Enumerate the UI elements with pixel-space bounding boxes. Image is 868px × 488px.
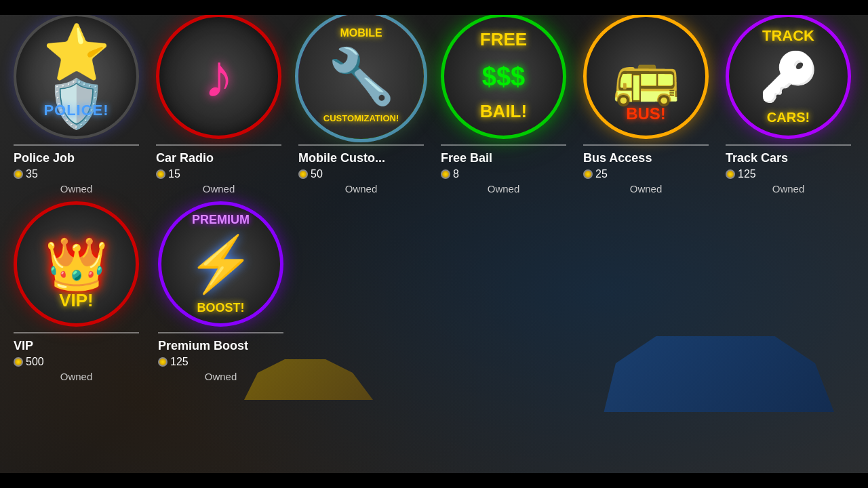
bail-money-label: $$$ bbox=[482, 64, 525, 89]
coin-icon bbox=[14, 169, 23, 179]
police-price: 35 bbox=[14, 168, 139, 180]
bail-info: Free Bail 8 Owned bbox=[441, 144, 566, 195]
mobile-name: Mobile Custo... bbox=[298, 151, 424, 165]
mobile-top-label: MOBILE bbox=[340, 27, 382, 39]
bus-status: Owned bbox=[583, 183, 709, 195]
bus-info: Bus Access 25 Owned bbox=[583, 144, 709, 195]
crown-icon: 👑 bbox=[45, 235, 108, 294]
coin-icon bbox=[583, 169, 593, 179]
police-info: Police Job 35 Owned bbox=[14, 144, 139, 195]
row-2: 👑 VIP! VIP 500 Owned PREMIUM ⚡ BOOST! Pr… bbox=[7, 201, 861, 382]
radio-name: Car Radio bbox=[156, 151, 281, 165]
mobile-bottom-label: CUSTOMIZATION! bbox=[323, 113, 399, 123]
bus-name: Bus Access bbox=[583, 151, 709, 165]
bus-price: 25 bbox=[583, 168, 709, 180]
police-status: Owned bbox=[14, 183, 139, 195]
track-top-label: TRACK bbox=[762, 27, 814, 45]
premium-top-label: PREMIUM bbox=[192, 213, 250, 227]
music-note-icon: ♪ bbox=[203, 41, 234, 111]
premium-info: Premium Boost 125 Owned bbox=[158, 332, 283, 382]
coin-icon bbox=[158, 357, 167, 367]
bail-icon: FREE $$$ BAIL! bbox=[441, 14, 566, 139]
radio-status: Owned bbox=[156, 183, 281, 195]
vip-price: 500 bbox=[14, 356, 139, 368]
mobile-info: Mobile Custo... 50 Owned bbox=[298, 144, 424, 195]
shop-content: 🛡️ POLICE! Police Job 35 Owned ♪ Car Rad… bbox=[0, 0, 868, 396]
bus-icon: 🚌 BUS! bbox=[583, 14, 709, 139]
police-name: Police Job bbox=[14, 151, 139, 165]
radio-price: 15 bbox=[156, 168, 281, 180]
premium-boost-icon: PREMIUM ⚡ BOOST! bbox=[158, 201, 283, 327]
coin-icon bbox=[298, 169, 308, 179]
coin-icon bbox=[726, 169, 735, 179]
bail-price: 8 bbox=[441, 168, 566, 180]
item-free-bail[interactable]: FREE $$$ BAIL! Free Bail 8 Owned bbox=[434, 14, 576, 195]
coin-icon bbox=[156, 169, 165, 179]
mobile-price: 50 bbox=[298, 168, 424, 180]
row-1: 🛡️ POLICE! Police Job 35 Owned ♪ Car Rad… bbox=[7, 14, 861, 195]
premium-price: 125 bbox=[158, 356, 283, 368]
vip-icon: 👑 VIP! bbox=[14, 201, 139, 327]
item-police-job[interactable]: 🛡️ POLICE! Police Job 35 Owned bbox=[7, 14, 149, 195]
bus-emoji-icon: 🚌 bbox=[612, 45, 680, 108]
police-icon: 🛡️ POLICE! bbox=[14, 14, 139, 139]
police-label: POLICE! bbox=[43, 102, 108, 119]
coin-icon bbox=[14, 357, 23, 367]
track-name: Track Cars bbox=[726, 151, 851, 165]
mobile-custom-icon: MOBILE 🔧 CUSTOMIZATION! bbox=[298, 14, 424, 139]
vip-name: VIP bbox=[14, 339, 139, 353]
vip-status: Owned bbox=[14, 371, 139, 382]
mobile-status: Owned bbox=[298, 183, 424, 195]
lightning-icon: ⚡ bbox=[187, 232, 255, 296]
track-icon: TRACK 🔑 CARS! bbox=[726, 14, 851, 139]
track-status: Owned bbox=[726, 183, 851, 195]
bail-bottom-label: BAIL! bbox=[480, 101, 527, 122]
top-bar bbox=[0, 0, 868, 15]
item-mobile-custom[interactable]: MOBILE 🔧 CUSTOMIZATION! Mobile Custo... … bbox=[292, 14, 434, 195]
radio-icon: ♪ bbox=[156, 14, 281, 139]
premium-bottom-label: BOOST! bbox=[197, 301, 245, 315]
item-premium-boost[interactable]: PREMIUM ⚡ BOOST! Premium Boost 125 Owned bbox=[151, 201, 296, 382]
item-vip[interactable]: 👑 VIP! VIP 500 Owned bbox=[7, 201, 151, 382]
vip-info: VIP 500 Owned bbox=[14, 332, 139, 382]
bus-label: BUS! bbox=[626, 104, 666, 123]
item-bus-access[interactable]: 🚌 BUS! Bus Access 25 Owned bbox=[576, 14, 719, 195]
coin-icon bbox=[441, 169, 450, 179]
track-price: 125 bbox=[726, 168, 851, 180]
vip-label: VIP! bbox=[59, 290, 94, 311]
item-car-radio[interactable]: ♪ Car Radio 15 Owned bbox=[149, 14, 292, 195]
item-track-cars[interactable]: TRACK 🔑 CARS! Track Cars 125 Owned bbox=[719, 14, 861, 195]
radio-info: Car Radio 15 Owned bbox=[156, 144, 281, 195]
bail-name: Free Bail bbox=[441, 151, 566, 165]
key-icon: 🔑 bbox=[759, 49, 818, 104]
bail-top-label: FREE bbox=[480, 29, 527, 50]
tire-icon: 🔧 bbox=[328, 45, 395, 108]
bottom-bar bbox=[0, 473, 868, 488]
track-info: Track Cars 125 Owned bbox=[726, 144, 851, 195]
bail-status: Owned bbox=[441, 183, 566, 195]
premium-status: Owned bbox=[158, 371, 283, 382]
premium-name: Premium Boost bbox=[158, 339, 283, 353]
track-bottom-label: CARS! bbox=[767, 110, 810, 125]
